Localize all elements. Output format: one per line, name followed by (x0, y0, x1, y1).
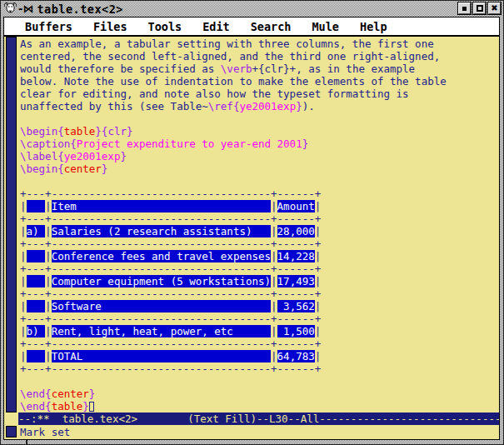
menu-mule[interactable]: Mule (312, 20, 339, 33)
buffer-line: | |Software | 3,562| (20, 300, 499, 312)
scrollbar-thumb[interactable] (6, 37, 17, 412)
table-cell (27, 300, 46, 312)
table-cell: b) (27, 325, 46, 338)
minibuffer-scrollbar-thumb[interactable] (6, 426, 17, 438)
code-segment: | (45, 200, 52, 212)
code-segment: | (271, 225, 277, 238)
code-segment: +---+-----------------------------------… (20, 188, 321, 200)
menu-search[interactable]: Search (251, 20, 292, 33)
frame-resize-notch[interactable] (26, 440, 27, 444)
code-segment: | (271, 300, 277, 312)
code-segment: +---+-----------------------------------… (20, 288, 321, 300)
buffer-line (20, 175, 499, 188)
table-cell: Item (52, 200, 271, 212)
code-segment: | (45, 300, 52, 312)
code-segment: \ref{ (208, 100, 240, 112)
buffer-text[interactable]: As an example, a tabular setting with th… (20, 37, 499, 412)
code-segment: | (315, 250, 322, 262)
code-segment: | (20, 300, 27, 312)
emacs-window: -⋈ table.tex<2> ✖ Buffers Files Tools Ed… (0, 0, 504, 445)
code-segment: | (45, 350, 52, 362)
text-cursor (89, 402, 94, 412)
code-segment: | (20, 275, 27, 288)
code-segment: +---+-----------------------------------… (20, 312, 321, 325)
code-segment: | (315, 275, 322, 288)
code-segment: } (296, 100, 302, 112)
buffer-line: | |Conference fees and travel expenses|1… (20, 250, 499, 262)
menu-tools[interactable]: Tools (148, 20, 182, 33)
table-cell: 64,783 (277, 350, 315, 362)
menu-help[interactable]: Help (360, 20, 387, 33)
buffer-line: |b) |Rent, light, heat, power, etc | 1,5… (20, 325, 499, 338)
code-segment: | (20, 250, 27, 262)
pin-icon: -⋈ (18, 2, 33, 15)
code-segment: | (45, 325, 52, 338)
buffer-line: | |Item |Amount| (20, 200, 499, 212)
code-segment: | (315, 200, 322, 212)
minimize-icon (462, 7, 467, 11)
buffer-line: | |Computer equipment (5 workstations)|1… (20, 275, 499, 288)
menu-edit[interactable]: Edit (202, 20, 230, 33)
buffer-line: \end{center} (20, 388, 499, 400)
mode-line[interactable]: --:** table.tex<2> (Text Fill)--L30--All… (18, 412, 499, 425)
code-segment: | (271, 275, 277, 288)
code-segment: } (302, 138, 309, 150)
menu-bar: Buffers Files Tools Edit Search Mule Hel… (4, 18, 499, 37)
code-segment: ye2001exp (64, 150, 121, 162)
minimize-button[interactable] (458, 2, 471, 14)
code-segment: +---+-----------------------------------… (20, 338, 321, 350)
menu-buffers[interactable]: Buffers (25, 20, 72, 33)
code-segment: | (315, 225, 322, 238)
buffer-line: +---+-----------------------------------… (20, 238, 499, 250)
code-segment: +---+-----------------------------------… (20, 238, 321, 250)
code-segment: | (20, 200, 27, 212)
code-segment: table (64, 125, 96, 138)
menu-files[interactable]: Files (93, 20, 127, 33)
code-segment: below. Note the use of indentation to ma… (20, 75, 447, 88)
buffer-line: centered, the second left-aligned, and t… (20, 50, 499, 62)
table-cell: TOTAL (52, 350, 271, 362)
table-cell: 1,500 (277, 325, 315, 338)
code-segment: | (20, 325, 27, 338)
code-segment: ). (302, 100, 315, 112)
code-segment: | (271, 250, 277, 262)
code-segment: | (315, 300, 322, 312)
code-segment: | (45, 275, 52, 288)
buffer-line: +---+-----------------------------------… (20, 212, 499, 225)
code-segment: \label{ (20, 150, 64, 162)
code-segment: } (89, 388, 96, 400)
buffer-line: \begin{center} (20, 162, 499, 175)
buffer-line: +---+-----------------------------------… (20, 262, 499, 275)
close-button[interactable]: ✖ (488, 2, 501, 14)
code-segment: \caption{ (20, 138, 77, 150)
code-segment: clear for editing, and note also how the… (20, 88, 409, 100)
buffer-line: below. Note the use of indentation to ma… (20, 75, 499, 88)
buffer-line: \label{ye2001exp} (20, 150, 499, 162)
buffer-line: | |TOTAL |64,783| (20, 350, 499, 362)
table-cell: 3,562 (277, 300, 315, 312)
code-segment: +---+-----------------------------------… (20, 362, 321, 375)
maximize-button[interactable] (473, 2, 486, 14)
title-bar[interactable]: -⋈ table.tex<2> ✖ (1, 1, 503, 17)
code-segment: \end{ (20, 388, 52, 400)
code-segment: +---+-----------------------------------… (20, 262, 321, 275)
buffer-line (20, 112, 499, 125)
table-cell (27, 275, 46, 288)
buffer-line: clear for editing, and note also how the… (20, 88, 499, 100)
code-segment: | (315, 350, 322, 362)
window-title: table.tex<2> (37, 2, 123, 16)
code-segment: } (102, 162, 108, 175)
code-segment: \end{ (20, 400, 52, 412)
table-cell: Amount (277, 200, 315, 212)
code-segment: \begin{ (20, 125, 64, 138)
table-cell (27, 200, 46, 212)
code-segment: | (45, 250, 52, 262)
gnu-icon (3, 1, 17, 18)
table-cell: 14,228 (277, 250, 315, 262)
code-segment: } (120, 150, 127, 162)
table-cell: a) (27, 225, 46, 238)
code-segment: \begin{ (20, 162, 64, 175)
table-cell (27, 250, 46, 262)
buffer-line: \caption{Project expenditure to year-end… (20, 138, 499, 150)
code-segment: \verb (221, 62, 252, 75)
